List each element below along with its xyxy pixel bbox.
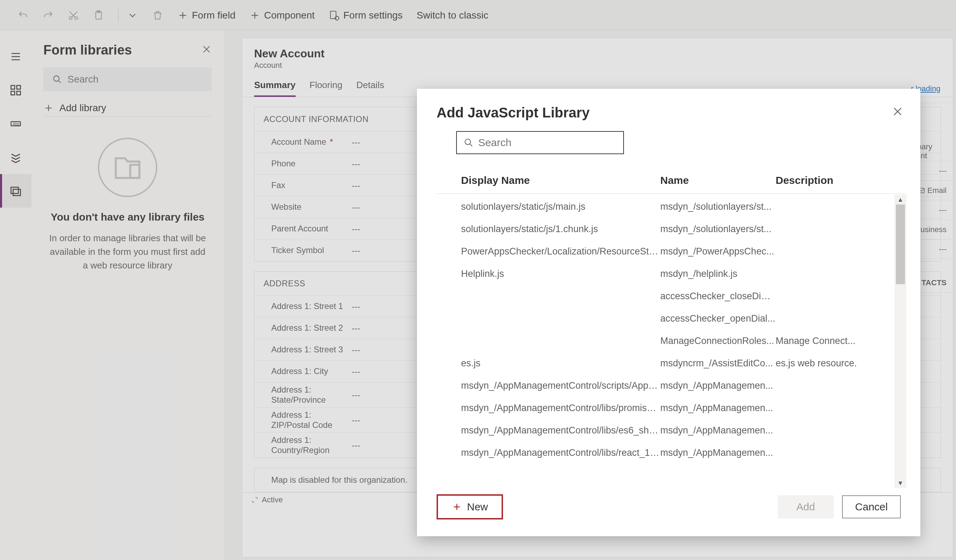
new-button[interactable]: New: [437, 494, 503, 519]
table-row[interactable]: PowerAppsChecker/Localization/ResourceSt…: [437, 240, 892, 263]
cell-name: msdyn_/solutionlayers/st...: [660, 224, 776, 234]
scroll-down-icon[interactable]: ▼: [895, 478, 906, 488]
cell-name: accessChecker_closeDial...: [660, 291, 776, 302]
svg-point-16: [465, 139, 470, 145]
col-name[interactable]: Name: [660, 175, 776, 186]
add-button[interactable]: Add: [778, 496, 834, 518]
add-button-label: Add: [796, 501, 815, 513]
col-display-name[interactable]: Display Name: [437, 175, 660, 186]
cell-desc: Manage Connect...: [776, 335, 892, 346]
cell-name: msdyn_/helplink.js: [660, 269, 776, 279]
cell-name: msdyn_/AppManagemen...: [660, 447, 776, 458]
table-row[interactable]: msdyn_/AppManagementControl/libs/promise…: [437, 397, 892, 419]
cell-display: msdyn_/AppManagementControl/libs/promise…: [437, 403, 660, 414]
add-library-dialog: Add JavaScript Library Display Name Name…: [417, 89, 920, 536]
dialog-close-button[interactable]: [892, 105, 904, 119]
table-row[interactable]: msdyn_/AppManagementControl/libs/react_1…: [437, 442, 892, 464]
cell-name: msdyn_/solutionlayers/st...: [660, 201, 776, 212]
dialog-search[interactable]: [456, 131, 624, 154]
cell-name: msdyn_/PowerAppsChec...: [660, 246, 776, 257]
table-row[interactable]: ManageConnectionRoles...Manage Connect..…: [437, 330, 892, 352]
dialog-footer: New Add Cancel: [417, 488, 920, 536]
cell-display: solutionlayers/static/js/1.chunk.js: [437, 224, 660, 234]
cell-name: accessChecker_openDial...: [660, 313, 776, 324]
cell-name: msdyn_/AppManagemen...: [660, 403, 776, 414]
cell-name: msdyncrm_/AssistEditCo...: [660, 358, 776, 369]
col-description[interactable]: Description: [776, 175, 906, 186]
cancel-button-label: Cancel: [855, 501, 887, 513]
new-button-label: New: [467, 501, 488, 513]
table-row[interactable]: es.jsmsdyncrm_/AssistEditCo...es.js web …: [437, 352, 892, 374]
cell-display: solutionlayers/static/js/main.js: [437, 201, 660, 212]
table-row[interactable]: accessChecker_openDial...: [437, 307, 892, 330]
library-grid: Display Name Name Description solutionla…: [437, 167, 906, 488]
cancel-button[interactable]: Cancel: [842, 496, 901, 518]
cell-name: ManageConnectionRoles...: [660, 335, 776, 346]
table-row[interactable]: msdyn_/AppManagementControl/libs/es6_shi…: [437, 419, 892, 442]
table-row[interactable]: solutionlayers/static/js/main.jsmsdyn_/s…: [437, 195, 892, 218]
cell-desc: es.js web resource.: [776, 358, 892, 369]
plus-icon: [451, 502, 462, 512]
table-row[interactable]: Helplink.jsmsdyn_/helplink.js: [437, 263, 892, 285]
cell-display: msdyn_/AppManagementControl/scripts/AppM…: [437, 380, 660, 391]
cell-display: Helplink.js: [437, 269, 660, 279]
grid-scrollbar[interactable]: ▲ ▼: [895, 195, 906, 488]
dialog-search-input[interactable]: [478, 137, 616, 149]
cell-name: msdyn_/AppManagemen...: [660, 380, 776, 391]
cell-name: msdyn_/AppManagemen...: [660, 425, 776, 436]
cell-display: PowerAppsChecker/Localization/ResourceSt…: [437, 246, 660, 257]
grid-header: Display Name Name Description: [437, 167, 906, 194]
scroll-thumb[interactable]: [896, 204, 905, 284]
table-row[interactable]: msdyn_/AppManagementControl/scripts/AppM…: [437, 374, 892, 397]
cell-display: es.js: [437, 358, 660, 369]
cell-display: msdyn_/AppManagementControl/libs/react_1…: [437, 447, 660, 458]
search-icon: [464, 137, 473, 148]
cell-display: msdyn_/AppManagementControl/libs/es6_shi…: [437, 425, 660, 436]
table-row[interactable]: accessChecker_closeDial...: [437, 285, 892, 307]
dialog-title: Add JavaScript Library: [437, 105, 901, 121]
table-row[interactable]: solutionlayers/static/js/1.chunk.jsmsdyn…: [437, 218, 892, 240]
scroll-up-icon[interactable]: ▲: [895, 195, 906, 204]
